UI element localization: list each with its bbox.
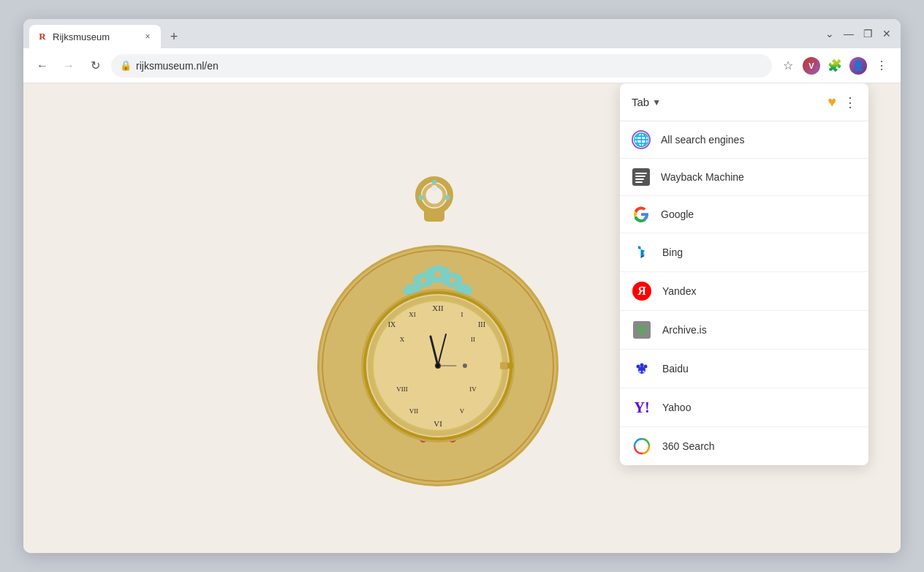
svg-text:XI: XI: [409, 311, 416, 318]
dropdown-chevron-icon[interactable]: ▼: [652, 97, 661, 108]
search-engine-item-wayback[interactable]: Wayback Machine: [620, 159, 868, 196]
title-bar-controls: ⌄ — ❐ ✕: [823, 27, 893, 40]
search-engine-label: Bing: [662, 247, 683, 258]
baidu-icon: [632, 358, 652, 379]
search-engine-label: 360 Search: [662, 440, 715, 452]
extensions-button[interactable]: 🧩: [825, 56, 845, 76]
svg-rect-68: [507, 363, 513, 369]
svg-point-82: [639, 371, 641, 373]
pocket-watch-svg: XII III VI IX I II IV V VII VIII X XI: [303, 150, 566, 486]
svg-text:V: V: [460, 407, 465, 415]
more-options-icon[interactable]: ⋮: [844, 94, 857, 110]
svg-point-79: [637, 365, 640, 369]
svg-point-17: [450, 278, 455, 283]
svg-text:VIII: VIII: [396, 385, 408, 393]
search360-icon: [632, 436, 652, 456]
tab-search-button[interactable]: ⌄: [823, 27, 836, 40]
vivaldi-icon: V: [803, 57, 820, 75]
svg-rect-74: [635, 181, 643, 183]
svg-text:IX: IX: [388, 320, 396, 328]
new-tab-button[interactable]: +: [164, 26, 184, 47]
browser-window: R Rijksmuseum × + ⌄ — ❐ ✕ ← → ↻ 🔒 rijksm…: [23, 19, 901, 553]
dropdown-header: Tab ▼ ♥ ⋮: [620, 83, 868, 121]
search-engine-item-yahoo[interactable]: Y! Yahoo: [620, 388, 868, 427]
svg-text:X: X: [400, 336, 405, 343]
archive-icon: [632, 320, 652, 340]
search-engine-item-yandex[interactable]: Я Yandex: [620, 272, 868, 311]
svg-text:XII: XII: [432, 304, 444, 312]
search-engine-label: Baidu: [662, 363, 689, 375]
search-engine-label: Yahoo: [662, 402, 691, 413]
main-content: XII III VI IX I II IV V VII VIII X XI: [23, 83, 901, 553]
tab-bar: R Rijksmuseum × +: [29, 25, 184, 48]
svg-rect-73: [635, 178, 644, 180]
search-engine-label: Yandex: [662, 285, 696, 297]
title-bar: R Rijksmuseum × + ⌄ — ❐ ✕: [23, 19, 901, 48]
more-button[interactable]: ⋮: [871, 56, 892, 76]
extension-circle[interactable]: V: [801, 56, 822, 76]
svg-rect-2: [424, 208, 444, 222]
navigation-bar: ← → ↻ 🔒 rijksmuseum.nl/en ☆ V 🧩 👤 ⋮: [23, 48, 901, 83]
google-icon: [632, 205, 651, 224]
tab-close-button[interactable]: ×: [142, 31, 154, 42]
svg-text:IV: IV: [469, 385, 477, 393]
svg-point-66: [463, 364, 467, 368]
svg-point-77: [640, 328, 643, 331]
search-engine-label: Archive.is: [662, 324, 707, 336]
search-engine-item-all[interactable]: All search engines: [620, 121, 868, 159]
url-text: rijksmuseum.nl/en: [136, 60, 763, 72]
nav-actions: ☆ V 🧩 👤 ⋮: [778, 56, 892, 76]
svg-text:I: I: [461, 311, 463, 318]
browser-tab[interactable]: R Rijksmuseum ×: [29, 25, 161, 48]
lock-icon: 🔒: [120, 60, 132, 71]
yahoo-icon: Y!: [632, 397, 652, 418]
profile-avatar: 👤: [849, 57, 867, 75]
svg-point-3: [431, 185, 437, 191]
star-button[interactable]: ☆: [778, 56, 798, 76]
svg-point-16: [421, 278, 426, 283]
tab-favicon: R: [37, 31, 48, 42]
svg-point-69: [436, 364, 440, 368]
refresh-button[interactable]: ↻: [85, 56, 105, 76]
svg-point-6: [432, 180, 436, 184]
svg-point-15: [435, 271, 441, 277]
tab-title: Rijksmuseum: [53, 31, 137, 42]
svg-rect-72: [635, 176, 645, 177]
svg-point-81: [640, 364, 644, 367]
tab-label: Tab ▼: [632, 96, 661, 108]
watch-image: XII III VI IX I II IV V VII VIII X XI: [295, 143, 573, 494]
svg-point-4: [419, 195, 424, 200]
bing-icon: [632, 242, 652, 263]
profile-button[interactable]: 👤: [848, 56, 868, 76]
search-engine-item-baidu[interactable]: Baidu: [620, 350, 868, 388]
svg-point-5: [445, 195, 450, 200]
heart-icon[interactable]: ♥: [828, 94, 836, 110]
address-bar[interactable]: 🔒 rijksmuseum.nl/en: [111, 54, 772, 78]
svg-text:II: II: [471, 336, 475, 343]
minimize-button[interactable]: —: [842, 27, 855, 40]
restore-button[interactable]: ❐: [861, 27, 874, 40]
svg-text:VII: VII: [409, 407, 419, 415]
forward-button[interactable]: →: [58, 56, 79, 76]
svg-text:III: III: [478, 320, 485, 328]
search-engine-label: All search engines: [661, 134, 744, 146]
search-engine-label: Wayback Machine: [661, 171, 744, 183]
yandex-icon: Я: [632, 281, 652, 301]
search-engine-dropdown: Tab ▼ ♥ ⋮ All search engines: [620, 83, 868, 465]
svg-rect-71: [635, 173, 647, 174]
search-engine-item-360[interactable]: 360 Search: [620, 427, 868, 465]
svg-point-85: [639, 443, 645, 449]
search-engine-item-bing[interactable]: Bing: [620, 233, 868, 272]
svg-point-80: [644, 365, 648, 369]
search-engine-label: Google: [661, 208, 694, 220]
svg-text:VI: VI: [433, 419, 442, 428]
back-button[interactable]: ←: [32, 56, 53, 76]
close-button[interactable]: ✕: [880, 27, 893, 40]
tab-text: Tab: [632, 96, 649, 108]
svg-point-83: [643, 371, 645, 373]
wayback-icon: [632, 168, 651, 187]
search-engine-item-google[interactable]: Google: [620, 196, 868, 233]
dropdown-header-actions: ♥ ⋮: [828, 94, 857, 110]
search-engine-item-archive[interactable]: Archive.is: [620, 311, 868, 350]
globe-icon: [632, 130, 651, 149]
